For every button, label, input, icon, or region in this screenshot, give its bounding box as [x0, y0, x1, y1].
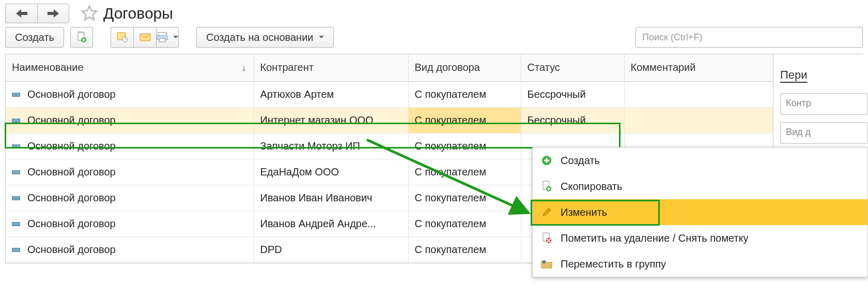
cell-kind: С покупателем: [408, 211, 521, 236]
row-icon: [12, 119, 20, 123]
schedule-button[interactable]: [111, 27, 133, 48]
cell-kind: С покупателем: [408, 236, 521, 262]
side-field-counterparty[interactable]: Контр: [780, 93, 868, 115]
cell-name: Основной договор: [6, 81, 254, 107]
row-icon: [12, 222, 20, 226]
context-menu-item[interactable]: Скопировать: [533, 173, 867, 199]
page-title: Договоры: [103, 5, 173, 22]
copy-icon: [541, 181, 552, 192]
cell-kind: С покупателем: [408, 81, 521, 107]
icon-button-group: [111, 27, 179, 48]
col-header-status[interactable]: Статус: [521, 54, 624, 81]
table-row[interactable]: Основной договор Интернет магазин ООО С …: [6, 107, 773, 133]
row-icon: [12, 248, 20, 252]
context-menu-label: Переместить в группу: [561, 258, 666, 270]
row-icon: [12, 170, 20, 174]
cell-counterparty: Иванов Андрей Андре...: [254, 211, 408, 236]
create-based-on-button[interactable]: Создать на основании: [196, 27, 334, 48]
chevron-down-icon: [319, 35, 324, 40]
cell-name: Основной договор: [6, 133, 254, 159]
cell-name: Основной договор: [6, 236, 254, 262]
cell-counterparty: Артюхов Артем: [254, 81, 408, 107]
cell-counterparty: Иванов Иван Иванович: [254, 185, 408, 211]
row-icon: [12, 196, 20, 200]
context-menu-label: Скопировать: [561, 181, 622, 193]
delete-icon: [541, 232, 552, 244]
col-header-counterparty[interactable]: Контрагент: [254, 54, 408, 81]
context-menu-item[interactable]: Переместить в группу: [533, 251, 867, 277]
print-button[interactable]: [156, 27, 179, 48]
forward-button[interactable]: [37, 4, 69, 23]
cell-kind: С покупателем: [408, 107, 521, 133]
table-header-row: Наименование↓ Контрагент Вид договора Ст…: [6, 54, 773, 81]
context-menu-item[interactable]: Пометить на удаление / Снять пометку: [533, 225, 867, 251]
sort-indicator-icon: ↓: [242, 62, 246, 73]
search-box: [636, 27, 863, 48]
create-based-on-label: Создать на основании: [206, 32, 314, 43]
favorite-star-icon[interactable]: [81, 5, 98, 22]
search-input[interactable]: [636, 27, 863, 48]
chevron-down-icon: [173, 35, 178, 40]
cell-counterparty: Запчасти Моторз ИП: [254, 133, 408, 159]
back-button[interactable]: [5, 4, 37, 23]
pencil-icon: [541, 206, 552, 218]
side-filter-panel: Пери Контр Вид д: [780, 68, 868, 151]
context-menu-item[interactable]: Изменить: [533, 199, 867, 225]
cell-counterparty: Интернет магазин ООО: [254, 107, 408, 133]
svg-rect-7: [159, 38, 165, 42]
row-icon: [12, 93, 20, 97]
cell-status: Бессрочный: [521, 81, 624, 107]
cell-kind: С покупателем: [408, 133, 521, 159]
context-menu-label: Пометить на удаление / Снять пометку: [561, 232, 749, 244]
row-icon: [12, 144, 20, 149]
cell-counterparty: ЕдаНаДом ООО: [254, 159, 408, 185]
cell-counterparty: DPD: [254, 236, 408, 262]
svg-rect-5: [158, 33, 166, 36]
cell-name: Основной договор: [6, 107, 254, 133]
nav-buttons: [5, 4, 69, 23]
context-menu: Создать Скопировать Изменить Пометить на…: [532, 147, 868, 277]
cell-kind: С покупателем: [408, 159, 521, 185]
cell-name: Основной договор: [6, 159, 254, 185]
col-header-comment[interactable]: Комментарий: [624, 54, 773, 81]
cell-name: Основной договор: [6, 185, 254, 211]
mail-button[interactable]: [133, 27, 156, 48]
cell-kind: С покупателем: [408, 185, 521, 211]
context-menu-label: Изменить: [561, 206, 607, 218]
folder-icon: [541, 258, 552, 270]
side-period-label[interactable]: Пери: [780, 68, 868, 82]
svg-rect-4: [140, 34, 150, 41]
create-button[interactable]: Создать: [5, 27, 64, 48]
cell-status: Бессрочный: [521, 107, 624, 133]
table-row[interactable]: Основной договор Артюхов Артем С покупат…: [6, 81, 773, 107]
context-menu-item[interactable]: Создать: [533, 147, 867, 173]
col-header-name[interactable]: Наименование↓: [6, 54, 254, 81]
cell-name: Основной договор: [6, 211, 254, 236]
side-field-kind[interactable]: Вид д: [780, 122, 868, 144]
plus-icon: [541, 155, 552, 166]
context-menu-label: Создать: [561, 155, 600, 167]
cell-comment: [624, 81, 773, 107]
cell-comment: [624, 107, 773, 133]
col-header-kind[interactable]: Вид договора: [408, 54, 521, 81]
add-document-button[interactable]: [70, 27, 93, 48]
